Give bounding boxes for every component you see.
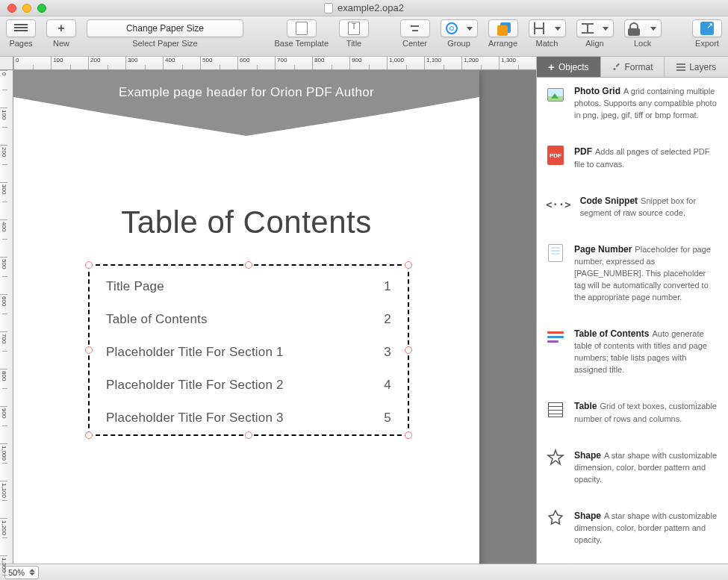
object-item[interactable]: Photo GridA grid containing multiple pho… — [546, 85, 719, 122]
toc-selection[interactable]: Title Page1Table of Contents2Placeholder… — [88, 264, 409, 436]
ruler-tick: 400 — [0, 219, 7, 257]
center-button[interactable] — [400, 19, 430, 37]
arrange-icon — [497, 22, 509, 34]
ruler-tick: 0 — [0, 70, 7, 107]
ruler-horizontal: 01002003004005006007008009001,0001,1001,… — [13, 57, 536, 70]
resize-handle[interactable] — [85, 431, 93, 439]
object-item[interactable]: Table of ContentsAuto generate table of … — [546, 328, 719, 376]
lock-icon — [629, 22, 638, 30]
ruler-tick: 500 — [0, 257, 7, 294]
object-item-text: ShapeA star shape with customizable dime… — [574, 510, 719, 546]
align-button[interactable] — [576, 19, 614, 37]
center-label: Center — [402, 39, 427, 48]
objects-list[interactable]: Photo GridA grid containing multiple pho… — [537, 78, 728, 564]
arrange-button[interactable] — [488, 19, 518, 37]
ruler-tick: 1,100 — [424, 57, 461, 69]
inspector-panel: + Objects Format Layers Photo GridA grid… — [536, 57, 728, 564]
ruler-tick: 1,300 — [499, 57, 536, 69]
toc-row-page: 1 — [384, 279, 391, 294]
work-area: 01002003004005006007008009001,0001,1001,… — [0, 57, 728, 564]
shape-icon — [547, 449, 564, 470]
code-icon: <··> — [546, 199, 571, 211]
object-item[interactable]: PDFPDFAdds all pages of selected PDF fil… — [546, 146, 719, 170]
object-item-title: Shape — [574, 450, 601, 461]
stepper-arrows[interactable] — [29, 569, 35, 576]
ruler-tick: 700 — [275, 57, 312, 69]
ruler-tick: 300 — [0, 182, 7, 219]
tab-layers-label: Layers — [689, 62, 716, 72]
shape-icon — [547, 509, 564, 530]
object-item[interactable]: Page NumberPlaceholder for page number, … — [546, 243, 719, 304]
brush-icon — [612, 63, 621, 72]
resize-handle[interactable] — [405, 261, 412, 269]
toc-row-page: 3 — [384, 345, 391, 360]
center-icon — [409, 24, 421, 33]
page-header[interactable]: Example page header for Orion PDF Author — [13, 70, 479, 122]
object-item-text: ShapeA star shape with customizable dime… — [574, 449, 719, 486]
title-button[interactable] — [339, 19, 369, 37]
toc-heading: Table of Contents — [13, 205, 479, 240]
toc-row: Title Page1 — [106, 279, 391, 294]
toc-row-title: Placeholder Title For Section 3 — [106, 411, 284, 425]
match-button[interactable] — [529, 19, 566, 37]
ruler-tick: 200 — [0, 145, 7, 182]
inspector-tabs: + Objects Format Layers — [537, 57, 728, 78]
change-paper-button[interactable]: Change Paper Size — [87, 19, 243, 37]
object-item-title: Table of Contents — [574, 328, 649, 339]
object-item-title: Shape — [574, 511, 601, 521]
object-item[interactable]: ShapeA star shape with customizable dime… — [546, 510, 719, 546]
chevron-down-icon — [555, 27, 561, 31]
resize-handle[interactable] — [245, 261, 252, 269]
zoom-stepper[interactable]: 50% — [4, 566, 39, 579]
lock-button[interactable] — [624, 19, 662, 37]
page[interactable]: Example page header for Orion PDF Author… — [13, 70, 479, 564]
ruler-tick: 200 — [88, 57, 125, 69]
toc-row: Table of Contents2 — [106, 312, 391, 327]
object-item-title: Page Number — [574, 244, 632, 255]
resize-handle[interactable] — [85, 261, 93, 269]
change-paper-text: Change Paper Size — [126, 23, 204, 34]
object-item[interactable]: TableGrid of text boxes, customizable nu… — [546, 400, 719, 425]
object-item-title: Photo Grid — [574, 86, 620, 96]
ruler-tick: 600 — [237, 57, 275, 69]
toc-row-page: 2 — [384, 312, 391, 327]
resize-handle[interactable] — [85, 346, 93, 354]
object-item-text: Table of ContentsAuto generate table of … — [574, 328, 719, 376]
resize-handle[interactable] — [405, 431, 412, 439]
base-template-button[interactable] — [287, 19, 317, 37]
export-button[interactable] — [692, 19, 722, 37]
new-button[interactable]: + — [46, 19, 76, 37]
tab-objects[interactable]: + Objects — [537, 57, 601, 77]
arrange-label: Arrange — [488, 39, 517, 48]
ruler-tick: 900 — [0, 406, 7, 443]
document-icon — [324, 3, 333, 13]
plus-icon: + — [548, 60, 555, 73]
tab-layers[interactable]: Layers — [665, 57, 728, 77]
title-label: Title — [346, 39, 361, 48]
page-icon — [296, 22, 308, 35]
pages-label: Pages — [9, 39, 32, 48]
layers-icon — [676, 63, 685, 71]
window-title-text: example2.opa2 — [337, 2, 404, 13]
ruler-tick: 1,000 — [0, 443, 7, 481]
canvas-viewport[interactable]: Example page header for Orion PDF Author… — [13, 70, 536, 564]
ruler-tick: 1,300 — [0, 555, 7, 580]
photo-grid-icon — [547, 88, 564, 102]
ruler-tick: 1,200 — [0, 518, 7, 555]
object-item[interactable]: <··>Code SnippetSnippet box for segment … — [546, 195, 719, 219]
resize-handle[interactable] — [245, 431, 252, 439]
object-item[interactable]: ShapeA star shape with customizable dime… — [546, 449, 719, 486]
ruler-tick: 100 — [51, 57, 88, 69]
tab-format[interactable]: Format — [601, 57, 665, 77]
object-item-text: Code SnippetSnippet box for segment of r… — [580, 195, 719, 219]
object-item-title: PDF — [574, 146, 592, 157]
object-item-text: PDFAdds all pages of selected PDF file t… — [574, 146, 719, 170]
chevron-down-icon — [467, 27, 473, 31]
plus-icon: + — [57, 22, 64, 34]
pages-button[interactable] — [6, 19, 36, 37]
group-label: Group — [447, 39, 470, 48]
resize-handle[interactable] — [405, 346, 412, 354]
page-header-text: Example page header for Orion PDF Author — [13, 85, 479, 100]
ruler-tick: 100 — [0, 107, 7, 145]
group-button[interactable] — [441, 19, 478, 37]
